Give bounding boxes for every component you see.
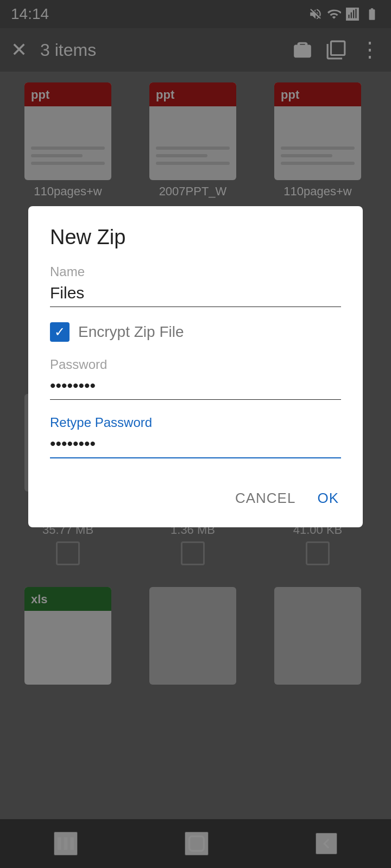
retype-label: Retype Password (50, 415, 341, 430)
password-label: Password (50, 357, 341, 372)
password-input[interactable] (50, 376, 341, 400)
ok-button[interactable]: OK (315, 484, 341, 512)
name-input[interactable] (50, 284, 341, 307)
new-zip-dialog: New Zip Name ✓ Encrypt Zip File Password… (28, 206, 363, 527)
encrypt-row: ✓ Encrypt Zip File (50, 322, 341, 342)
encrypt-label: Encrypt Zip File (78, 323, 184, 341)
retype-password-input[interactable] (50, 435, 341, 458)
cancel-button[interactable]: CANCEL (233, 484, 298, 512)
dialog-title: New Zip (50, 226, 341, 249)
name-label: Name (50, 264, 341, 279)
dialog-buttons: CANCEL OK (50, 484, 341, 512)
checkmark-icon: ✓ (54, 324, 65, 340)
encrypt-checkbox[interactable]: ✓ (50, 322, 70, 342)
